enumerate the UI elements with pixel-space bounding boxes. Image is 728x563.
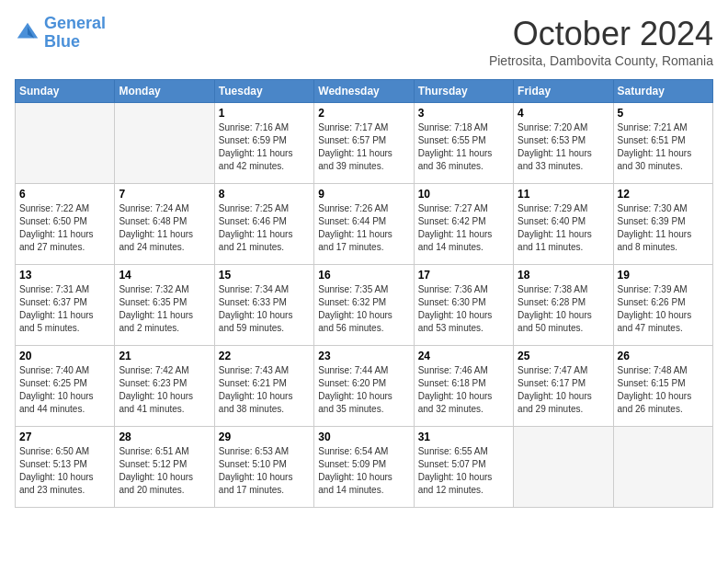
day-info: Sunrise: 6:53 AM Sunset: 5:10 PM Dayligh… bbox=[219, 445, 310, 497]
day-cell: 10Sunrise: 7:27 AM Sunset: 6:42 PM Dayli… bbox=[414, 184, 513, 265]
day-info: Sunrise: 7:17 AM Sunset: 6:57 PM Dayligh… bbox=[318, 121, 409, 173]
header-day-thursday: Thursday bbox=[414, 80, 513, 103]
day-cell bbox=[16, 103, 115, 184]
day-number: 19 bbox=[618, 269, 709, 282]
day-info: Sunrise: 7:24 AM Sunset: 6:48 PM Dayligh… bbox=[119, 202, 210, 254]
day-number: 30 bbox=[318, 431, 409, 443]
calendar-table: SundayMondayTuesdayWednesdayThursdayFrid… bbox=[15, 79, 713, 508]
header-day-wednesday: Wednesday bbox=[314, 80, 414, 103]
header-day-sunday: Sunday bbox=[16, 80, 115, 103]
day-cell: 12Sunrise: 7:30 AM Sunset: 6:39 PM Dayli… bbox=[613, 184, 712, 265]
day-cell: 15Sunrise: 7:34 AM Sunset: 6:33 PM Dayli… bbox=[214, 265, 313, 346]
day-number: 22 bbox=[219, 350, 310, 362]
day-info: Sunrise: 7:25 AM Sunset: 6:46 PM Dayligh… bbox=[219, 202, 310, 254]
header-day-monday: Monday bbox=[115, 80, 214, 103]
day-info: Sunrise: 7:26 AM Sunset: 6:44 PM Dayligh… bbox=[318, 202, 409, 254]
day-cell bbox=[514, 427, 613, 508]
day-number: 16 bbox=[318, 269, 409, 282]
day-number: 13 bbox=[19, 269, 110, 282]
day-number: 6 bbox=[19, 188, 110, 201]
location: Pietrosita, Dambovita County, Romania bbox=[489, 53, 713, 68]
day-number: 9 bbox=[318, 188, 409, 201]
logo-text: General Blue bbox=[44, 15, 106, 52]
day-info: Sunrise: 7:46 AM Sunset: 6:18 PM Dayligh… bbox=[418, 364, 509, 416]
day-number: 25 bbox=[518, 350, 609, 362]
day-cell: 17Sunrise: 7:36 AM Sunset: 6:30 PM Dayli… bbox=[414, 265, 513, 346]
day-cell bbox=[115, 103, 214, 184]
day-number: 26 bbox=[618, 350, 709, 362]
week-row-5: 27Sunrise: 6:50 AM Sunset: 5:13 PM Dayli… bbox=[16, 427, 713, 508]
day-info: Sunrise: 7:38 AM Sunset: 6:28 PM Dayligh… bbox=[518, 283, 609, 335]
week-row-2: 6Sunrise: 7:22 AM Sunset: 6:50 PM Daylig… bbox=[16, 184, 713, 265]
day-cell: 3Sunrise: 7:18 AM Sunset: 6:55 PM Daylig… bbox=[414, 103, 513, 184]
day-cell: 7Sunrise: 7:24 AM Sunset: 6:48 PM Daylig… bbox=[115, 184, 214, 265]
day-number: 31 bbox=[418, 431, 509, 443]
day-info: Sunrise: 6:55 AM Sunset: 5:07 PM Dayligh… bbox=[418, 445, 509, 497]
day-info: Sunrise: 6:51 AM Sunset: 5:12 PM Dayligh… bbox=[119, 445, 210, 497]
day-cell bbox=[613, 427, 712, 508]
day-cell: 1Sunrise: 7:16 AM Sunset: 6:59 PM Daylig… bbox=[214, 103, 313, 184]
day-info: Sunrise: 6:50 AM Sunset: 5:13 PM Dayligh… bbox=[19, 445, 110, 497]
day-cell: 8Sunrise: 7:25 AM Sunset: 6:46 PM Daylig… bbox=[214, 184, 313, 265]
day-info: Sunrise: 6:54 AM Sunset: 5:09 PM Dayligh… bbox=[318, 445, 409, 497]
day-info: Sunrise: 7:48 AM Sunset: 6:15 PM Dayligh… bbox=[618, 364, 709, 416]
day-cell: 22Sunrise: 7:43 AM Sunset: 6:21 PM Dayli… bbox=[214, 346, 313, 427]
month-title: October 2024 bbox=[489, 15, 713, 53]
day-number: 24 bbox=[418, 350, 509, 362]
day-cell: 31Sunrise: 6:55 AM Sunset: 5:07 PM Dayli… bbox=[414, 427, 513, 508]
day-cell: 4Sunrise: 7:20 AM Sunset: 6:53 PM Daylig… bbox=[514, 103, 613, 184]
day-cell: 19Sunrise: 7:39 AM Sunset: 6:26 PM Dayli… bbox=[613, 265, 712, 346]
day-info: Sunrise: 7:40 AM Sunset: 6:25 PM Dayligh… bbox=[19, 364, 110, 416]
day-number: 15 bbox=[219, 269, 310, 282]
title-block: October 2024 Pietrosita, Dambovita Count… bbox=[489, 15, 713, 68]
day-number: 23 bbox=[318, 350, 409, 362]
day-cell: 25Sunrise: 7:47 AM Sunset: 6:17 PM Dayli… bbox=[514, 346, 613, 427]
day-cell: 13Sunrise: 7:31 AM Sunset: 6:37 PM Dayli… bbox=[16, 265, 115, 346]
day-number: 1 bbox=[219, 107, 310, 120]
day-info: Sunrise: 7:30 AM Sunset: 6:39 PM Dayligh… bbox=[618, 202, 709, 254]
day-cell: 16Sunrise: 7:35 AM Sunset: 6:32 PM Dayli… bbox=[314, 265, 414, 346]
week-row-4: 20Sunrise: 7:40 AM Sunset: 6:25 PM Dayli… bbox=[16, 346, 713, 427]
day-cell: 14Sunrise: 7:32 AM Sunset: 6:35 PM Dayli… bbox=[115, 265, 214, 346]
day-info: Sunrise: 7:27 AM Sunset: 6:42 PM Dayligh… bbox=[418, 202, 509, 254]
day-info: Sunrise: 7:18 AM Sunset: 6:55 PM Dayligh… bbox=[418, 121, 509, 173]
day-info: Sunrise: 7:32 AM Sunset: 6:35 PM Dayligh… bbox=[119, 283, 210, 335]
day-number: 21 bbox=[119, 350, 210, 362]
day-info: Sunrise: 7:34 AM Sunset: 6:33 PM Dayligh… bbox=[219, 283, 310, 335]
day-cell: 2Sunrise: 7:17 AM Sunset: 6:57 PM Daylig… bbox=[314, 103, 414, 184]
day-info: Sunrise: 7:21 AM Sunset: 6:51 PM Dayligh… bbox=[618, 121, 709, 173]
day-cell: 30Sunrise: 6:54 AM Sunset: 5:09 PM Dayli… bbox=[314, 427, 414, 508]
day-number: 27 bbox=[19, 431, 110, 443]
header-row: SundayMondayTuesdayWednesdayThursdayFrid… bbox=[16, 80, 713, 103]
day-info: Sunrise: 7:44 AM Sunset: 6:20 PM Dayligh… bbox=[318, 364, 409, 416]
day-info: Sunrise: 7:29 AM Sunset: 6:40 PM Dayligh… bbox=[518, 202, 609, 254]
day-number: 5 bbox=[618, 107, 709, 120]
day-cell: 20Sunrise: 7:40 AM Sunset: 6:25 PM Dayli… bbox=[16, 346, 115, 427]
header-day-saturday: Saturday bbox=[613, 80, 712, 103]
day-number: 18 bbox=[518, 269, 609, 282]
day-cell: 6Sunrise: 7:22 AM Sunset: 6:50 PM Daylig… bbox=[16, 184, 115, 265]
header-day-tuesday: Tuesday bbox=[214, 80, 313, 103]
day-number: 3 bbox=[418, 107, 509, 120]
day-info: Sunrise: 7:35 AM Sunset: 6:32 PM Dayligh… bbox=[318, 283, 409, 335]
day-cell: 23Sunrise: 7:44 AM Sunset: 6:20 PM Dayli… bbox=[314, 346, 414, 427]
day-number: 29 bbox=[219, 431, 310, 443]
week-row-1: 1Sunrise: 7:16 AM Sunset: 6:59 PM Daylig… bbox=[16, 103, 713, 184]
day-cell: 24Sunrise: 7:46 AM Sunset: 6:18 PM Dayli… bbox=[414, 346, 513, 427]
day-cell: 27Sunrise: 6:50 AM Sunset: 5:13 PM Dayli… bbox=[16, 427, 115, 508]
day-cell: 29Sunrise: 6:53 AM Sunset: 5:10 PM Dayli… bbox=[214, 427, 313, 508]
header-day-friday: Friday bbox=[514, 80, 613, 103]
day-info: Sunrise: 7:20 AM Sunset: 6:53 PM Dayligh… bbox=[518, 121, 609, 173]
day-number: 28 bbox=[119, 431, 210, 443]
logo-icon bbox=[15, 20, 40, 46]
day-info: Sunrise: 7:16 AM Sunset: 6:59 PM Dayligh… bbox=[219, 121, 310, 173]
day-info: Sunrise: 7:39 AM Sunset: 6:26 PM Dayligh… bbox=[618, 283, 709, 335]
day-info: Sunrise: 7:43 AM Sunset: 6:21 PM Dayligh… bbox=[219, 364, 310, 416]
day-cell: 11Sunrise: 7:29 AM Sunset: 6:40 PM Dayli… bbox=[514, 184, 613, 265]
day-info: Sunrise: 7:31 AM Sunset: 6:37 PM Dayligh… bbox=[19, 283, 110, 335]
day-number: 14 bbox=[119, 269, 210, 282]
day-cell: 9Sunrise: 7:26 AM Sunset: 6:44 PM Daylig… bbox=[314, 184, 414, 265]
week-row-3: 13Sunrise: 7:31 AM Sunset: 6:37 PM Dayli… bbox=[16, 265, 713, 346]
logo: General Blue bbox=[15, 15, 106, 52]
day-info: Sunrise: 7:36 AM Sunset: 6:30 PM Dayligh… bbox=[418, 283, 509, 335]
